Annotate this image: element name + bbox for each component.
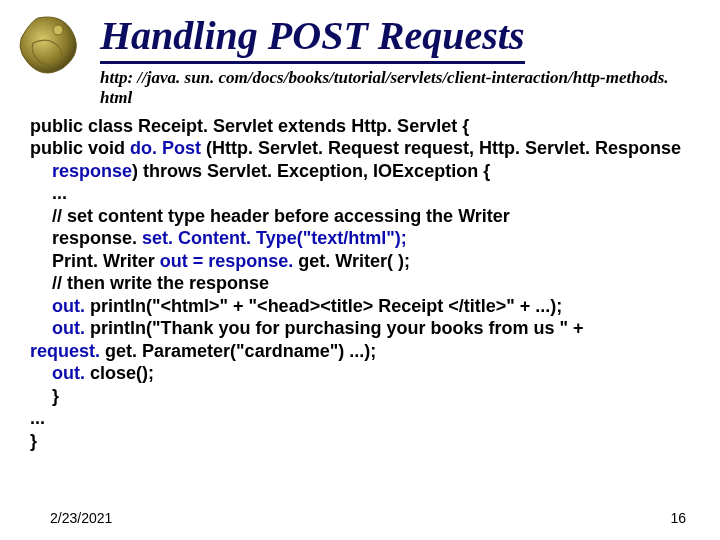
code-line: response) throws Servlet. Exception, IOE… <box>52 160 690 183</box>
code-line: response. set. Content. Type("text/html"… <box>52 227 690 250</box>
code-line: } <box>30 430 690 453</box>
code-block: public class Receipt. Servlet extends Ht… <box>30 115 690 453</box>
slide: Handling POST Requests http: //java. sun… <box>0 0 720 540</box>
code-line: // set content type header before access… <box>52 205 690 228</box>
code-line: public class Receipt. Servlet extends Ht… <box>30 115 690 138</box>
code-line: out. println("<html>" + "<head><title> R… <box>52 295 690 318</box>
code-line: request. get. Parameter("cardname") ...)… <box>30 340 690 363</box>
method-name: do. Post <box>130 138 201 158</box>
code-line: } <box>52 385 690 408</box>
footer: 2/23/2021 16 <box>50 510 686 526</box>
code-line: // then write the response <box>52 272 690 295</box>
footer-date: 2/23/2021 <box>50 510 112 526</box>
code-line: ... <box>52 182 690 205</box>
slide-title: Handling POST Requests <box>100 12 525 64</box>
code-line: ... <box>30 407 690 430</box>
code-line: public void do. Post (Http. Servlet. Req… <box>30 137 690 160</box>
corner-decoration-icon <box>8 8 88 88</box>
reference-url: http: //java. sun. com/docs/books/tutori… <box>100 68 680 109</box>
svg-point-0 <box>53 25 63 35</box>
code-line: out. close(); <box>52 362 690 385</box>
code-line: Print. Writer out = response. get. Write… <box>52 250 690 273</box>
code-line: out. println("Thank you for purchasing y… <box>52 317 690 340</box>
footer-page-number: 16 <box>670 510 686 526</box>
